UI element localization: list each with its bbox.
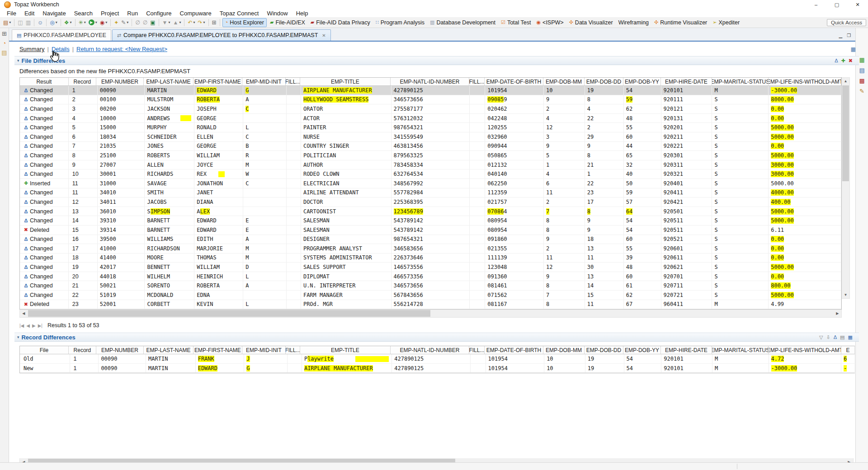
export-table-icon[interactable]: ▦ <box>851 46 856 52</box>
restore-view-icon[interactable]: ❐ <box>847 33 851 38</box>
table-row[interactable]: ΔChanged1942017BENNETTWILLIAMDSALES SUPP… <box>20 263 841 272</box>
column-header[interactable]: EMP-DATE-OF-BIRTH <box>485 346 543 354</box>
vertical-scrollbar[interactable]: ▲ ▼ <box>842 77 850 299</box>
table-row[interactable]: ΔChanged1234011JACOBSDIANADOCTOR22536839… <box>20 197 841 207</box>
table-row[interactable]: New100090MARTINEDWARDGAIRPLANE MANUFACTU… <box>20 364 855 373</box>
column-header[interactable]: EMP-FIRST-NAME <box>193 346 242 354</box>
clipboard-icon[interactable]: ▤ <box>1 50 7 56</box>
last-page-icon[interactable]: ▶| <box>38 323 42 328</box>
horizontal-scrollbar[interactable]: ◀ ▶ <box>19 310 842 318</box>
column-header[interactable]: EMP-DATE-OF-BIRTH <box>485 78 543 85</box>
menu-topaz-connect[interactable]: Topaz Connect <box>216 10 263 17</box>
minimize-button[interactable]: – <box>806 0 826 9</box>
column-header[interactable]: E <box>841 346 855 354</box>
table-row[interactable]: ΔChanged100090MARTINEDWARDGAIRPLANE MANU… <box>20 86 841 95</box>
table-row[interactable]: ΔChanged1134010SMITHJANETAIRLINE ATTENDA… <box>20 188 841 198</box>
console-icon[interactable]: ▣ <box>149 19 156 26</box>
column-header[interactable]: EMP-FIRST-NAME <box>193 78 242 85</box>
share-icon[interactable]: ❖▾ <box>63 19 73 26</box>
column-header[interactable]: EMP-HIRE-DATE <box>661 346 712 354</box>
column-header[interactable]: FILL... <box>469 78 485 85</box>
single-record-view-icon[interactable]: ▤ <box>840 335 844 340</box>
column-header[interactable]: EMP-NATL-ID-NUMBER <box>391 346 469 354</box>
column-header[interactable]: EMP-HIRE-DATE <box>661 78 712 85</box>
column-header[interactable]: EMP-DOB-DD <box>585 346 623 354</box>
column-header[interactable]: FILL... <box>286 78 300 85</box>
column-header[interactable]: EMP-DOB-MM <box>543 78 585 85</box>
table-row[interactable]: ΔChanged2150021SORENTOROBERTAAU.N. INTER… <box>20 281 841 291</box>
column-header[interactable]: EMP-TITLE <box>300 78 391 85</box>
perspective-host-explorer[interactable]: ◔Host Explorer <box>222 18 267 27</box>
filter-changed-icon[interactable]: Δ <box>835 58 838 63</box>
menu-compuware[interactable]: Compuware <box>176 10 216 17</box>
perspective-ispw[interactable]: ◉<ISPW> <box>534 19 566 27</box>
perspective-runtime-visualizer[interactable]: ✣Runtime Visualizer <box>652 19 709 27</box>
table-row[interactable]: ΔChanged200100MULSTROMROBERTAAHOLLYWOOD … <box>20 95 841 105</box>
column-header[interactable]: Record <box>69 346 96 354</box>
column-header[interactable]: EMP-NUMBER <box>96 78 144 85</box>
menu-configure[interactable]: Configure <box>142 10 175 17</box>
perspective-file-aid-ex[interactable]: ▰File-AID/EX <box>268 19 307 27</box>
grid-view-icon[interactable]: ▦ <box>859 57 864 63</box>
annotate-icon[interactable]: ✎▾ <box>120 19 129 26</box>
column-header[interactable]: EMP-DOB-YY <box>623 78 661 85</box>
menu-edit[interactable]: Edit <box>20 10 38 17</box>
return-to-request-link[interactable]: Return to request: <New Request> <box>76 46 167 52</box>
collapse-icon[interactable]: ▾ <box>17 58 19 63</box>
table-row[interactable]: ✚Inserted1131000SAVAGEJONATHONCELECTRICI… <box>20 179 841 188</box>
table-row[interactable]: ΔChanged515000MURPHYRONALDLPAINTER987654… <box>20 123 841 132</box>
menu-help[interactable]: Help <box>292 10 312 17</box>
coverage-icon[interactable]: ◉▾ <box>99 19 108 26</box>
column-header[interactable]: EMP-NATL-ID-NUMBER <box>391 78 469 85</box>
next-page-icon[interactable]: ▶ <box>32 323 36 328</box>
perspective-program-analysis[interactable]: ∷Program Analysis <box>373 19 427 27</box>
save-icon[interactable]: ◫ <box>17 19 24 26</box>
tab-compare[interactable]: ⇄Compare PFHKXC0.FASAMP.EMPLOYEE to PFHK… <box>112 29 331 41</box>
table-row[interactable]: ΔChanged1336010SIMPSONALEXCARTOONIST1234… <box>20 207 841 216</box>
column-header[interactable]: EMP-NUMBER <box>96 346 144 354</box>
open-perspective-icon[interactable]: ⊞ <box>211 19 217 26</box>
summary-link[interactable]: Summary <box>19 46 45 52</box>
table-row[interactable]: ✖Deleted1539314BARNETTEDWARDESALESMAN543… <box>20 226 841 235</box>
table-row[interactable]: ✖Deleted2352001CORBETTKEVINLPROd. MGR556… <box>20 300 841 310</box>
search-icon[interactable]: ✦ <box>113 19 119 26</box>
menu-navigate[interactable]: Navigate <box>38 10 70 17</box>
column-header[interactable]: Result <box>20 78 69 85</box>
table-row[interactable]: ΔChanged721035JONESGEORGEBCOUNTRY SINGER… <box>20 142 841 151</box>
table-row[interactable]: ΔChanged1439310BARNETTEDWARDESALESMAN543… <box>20 216 841 226</box>
column-header[interactable]: FILL... <box>286 346 300 354</box>
table-row[interactable]: ΔChanged1841400MOORETHOMASMSYSTEMS ADMIN… <box>20 254 841 263</box>
next-difference-icon[interactable]: ⇩ <box>826 335 830 340</box>
perspective-xpediter[interactable]: ➢Xpediter <box>710 19 742 27</box>
column-header[interactable]: File <box>20 346 69 354</box>
menu-search[interactable]: Search <box>70 10 97 17</box>
scroll-left-icon[interactable]: ◀ <box>20 310 28 317</box>
column-header[interactable]: EMP-DOB-YY <box>623 346 661 354</box>
scrollbar-thumb[interactable] <box>842 85 849 181</box>
run-icon[interactable]: ▶▾ <box>88 19 98 26</box>
table-row[interactable]: ΔChanged618034SCHNEIDERELLENCNURSE341559… <box>20 132 841 142</box>
scrollbar-thumb[interactable] <box>28 310 430 317</box>
skip-breakpoints-icon[interactable]: ∅ <box>134 19 141 26</box>
scroll-up-icon[interactable]: ▲ <box>842 78 849 85</box>
column-header[interactable]: EMP-LIFE-INS-WITHOLD-AMT <box>769 346 841 354</box>
column-header[interactable]: EMP-MARITAL-STATUS <box>712 346 769 354</box>
table-row[interactable]: ΔChanged2251019MCDONALDEDNAFARM MANAGER5… <box>20 291 841 300</box>
debug-icon[interactable]: ✳▾ <box>78 19 87 26</box>
column-header[interactable]: EMP-LAST-NAME <box>144 346 193 354</box>
scroll-down-icon[interactable]: ▼ <box>842 291 849 298</box>
column-header[interactable]: EMP-TITLE <box>300 346 391 354</box>
column-header[interactable]: Record <box>69 78 96 85</box>
forward-icon[interactable]: ↷▾ <box>197 19 206 26</box>
quick-access-box[interactable]: Quick Access <box>827 19 866 26</box>
tab-employee[interactable]: ▤PFHKXC0.FASAMP.EMPLOYEE <box>12 29 111 41</box>
menu-run[interactable]: Run <box>123 10 142 17</box>
column-header[interactable]: EMP-LIFE-INS-WITHOLD-AMT <box>769 78 841 85</box>
back-icon[interactable]: ↶▾ <box>187 19 196 26</box>
scroll-right-icon[interactable]: ▶ <box>834 310 841 317</box>
column-header[interactable]: EMP-LAST-NAME <box>144 78 193 85</box>
sort-icon[interactable]: ▽ <box>819 335 823 340</box>
menu-file[interactable]: File <box>3 10 20 17</box>
host-explorer-view-icon[interactable]: ◔ <box>3 40 6 46</box>
restore-views-icon[interactable]: ⊞ <box>2 31 7 37</box>
